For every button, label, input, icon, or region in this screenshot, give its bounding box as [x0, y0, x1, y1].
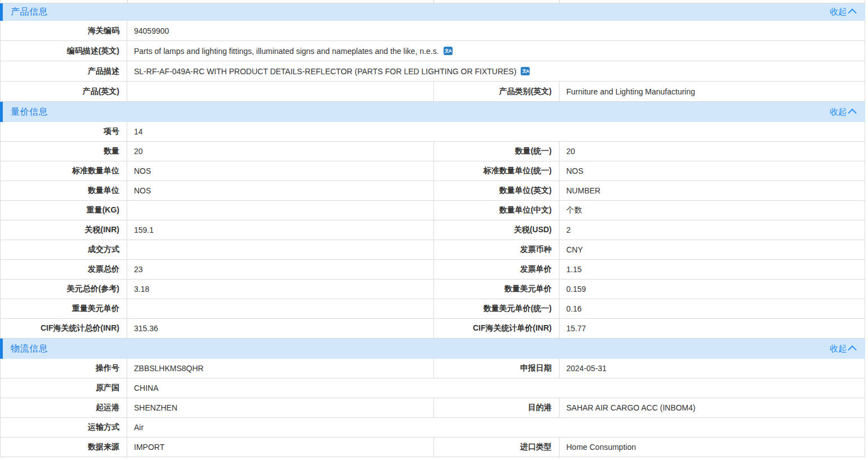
- field-label: 项号: [1, 122, 127, 141]
- field-label: 数据来源: [1, 438, 127, 457]
- section-title: 产品信息: [11, 6, 48, 18]
- translate-icon[interactable]: 文A: [521, 67, 530, 75]
- table-row: 数量单位NOS数量单位(英文)NUMBER: [0, 181, 865, 201]
- field-value-text: Home Consumption: [566, 443, 636, 452]
- field-label: 标准数量单位(统一): [434, 161, 560, 181]
- field-value: CHINA: [127, 378, 865, 398]
- field-label-text: CIF海关统计单价(INR): [473, 323, 552, 333]
- chevron-up-icon: [848, 8, 857, 17]
- field-value: 1.15: [560, 260, 865, 279]
- field-value-text: SHENZHEN: [134, 403, 177, 412]
- field-label-text: 成交方式: [88, 245, 119, 255]
- collapse-button[interactable]: 收起: [830, 107, 865, 118]
- field-value: Air: [127, 418, 865, 437]
- collapse-button[interactable]: 收起: [830, 344, 865, 354]
- table-row: 操作号ZBBSLHKMS8QHR申报日期2024-05-31: [0, 359, 865, 378]
- logistics-rows: 操作号ZBBSLHKMS8QHR申报日期2024-05-31原产国CHINA起运…: [0, 359, 865, 457]
- field-label: 数量美元单价(统一): [434, 299, 560, 318]
- field-value: ZBBSLHKMS8QHR: [127, 359, 434, 378]
- field-value: [127, 299, 434, 318]
- field-value: 3.18: [127, 279, 434, 299]
- field-value-text: CHINA: [134, 384, 159, 393]
- field-label: CIF海关统计总价(INR): [1, 319, 127, 338]
- table-row: 原产国CHINA: [0, 378, 865, 398]
- field-label: 数量单位: [1, 181, 127, 200]
- collapse-label: 收起: [830, 7, 847, 17]
- field-label-text: 产品描述: [88, 66, 119, 76]
- field-value: SHENZHEN: [127, 398, 434, 417]
- field-value-text: NOS: [134, 186, 151, 195]
- field-label-text: 数量(统一): [515, 146, 552, 156]
- field-label: 发票总价: [1, 260, 127, 279]
- field-label-text: 标准数量单位: [72, 166, 119, 176]
- field-value: 0.159: [560, 279, 865, 299]
- field-label: 发票单价: [434, 260, 560, 279]
- field-value-text: Furniture and Lighting Manufacturing: [566, 87, 695, 96]
- field-label: 进口类型: [434, 438, 560, 457]
- field-value: 0.16: [560, 299, 865, 318]
- field-label: 起运港: [1, 398, 127, 417]
- field-label: 产品(英文): [1, 82, 127, 101]
- field-value-text: 15.77: [566, 324, 586, 333]
- section-title: 物流信息: [11, 343, 48, 355]
- field-label: CIF海关统计单价(INR): [434, 319, 560, 338]
- field-label-text: 美元总价(参考): [67, 284, 119, 294]
- field-label: 数量单位(英文): [434, 181, 560, 200]
- field-label: 重量(KG): [1, 201, 127, 220]
- field-value: 159.1: [127, 220, 434, 240]
- field-value-text: 1.15: [566, 265, 581, 274]
- field-label: 数量(统一): [434, 142, 560, 161]
- field-value-text: 2024-05-31: [566, 364, 607, 373]
- field-value: NUMBER: [560, 181, 865, 200]
- product-info-rows: 海关编码94059900编码描述(英文)Parts of lamps and l…: [0, 21, 865, 102]
- field-label-text: 进口类型: [520, 442, 552, 452]
- field-label: 成交方式: [1, 240, 127, 259]
- field-label-text: 发票币种: [520, 245, 552, 255]
- collapse-label: 收起: [830, 344, 847, 354]
- section-title: 量价信息: [11, 106, 48, 118]
- field-label: 美元总价(参考): [1, 279, 127, 299]
- table-row: 运输方式Air: [0, 418, 865, 438]
- section-accent-bar: [0, 102, 3, 122]
- field-value: [127, 240, 434, 259]
- field-label-text: 数量单位(英文): [499, 186, 552, 196]
- section-header-product-info: 产品信息 收起: [0, 3, 865, 21]
- chevron-up-icon: [848, 109, 857, 118]
- collapse-button[interactable]: 收起: [830, 7, 865, 17]
- field-value-text: 20: [134, 147, 143, 156]
- field-label-text: 项号: [104, 127, 119, 137]
- field-label-text: 操作号: [96, 363, 119, 373]
- chevron-up-icon: [848, 345, 857, 354]
- section-accent-bar: [0, 3, 3, 21]
- table-row: 编码描述(英文)Parts of lamps and lighting fitt…: [0, 41, 865, 61]
- field-value-text: SL-RF-AF-049A-RC WITH PRODUCT DETAILS-RE…: [134, 67, 516, 76]
- field-value: SAHAR AIR CARGO ACC (INBOM4): [560, 398, 865, 417]
- table-row: 成交方式发票币种CNY: [0, 240, 865, 260]
- table-row: 关税(INR)159.1关税(USD)2: [0, 220, 865, 240]
- field-label: 发票币种: [434, 240, 560, 259]
- collapse-label: 收起: [830, 107, 847, 118]
- field-label-text: 原产国: [96, 383, 119, 393]
- field-label-text: 发票总价: [88, 264, 119, 274]
- field-label-text: 数量单位(中文): [499, 205, 552, 215]
- field-label: 产品类别(英文): [434, 82, 560, 101]
- field-value-text: 20: [566, 147, 575, 156]
- field-label-text: 数据来源: [88, 442, 119, 452]
- table-row: 美元总价(参考)3.18数量美元单价0.159: [0, 279, 865, 299]
- field-value-text: 23: [134, 265, 143, 274]
- field-value-text: 0.159: [566, 285, 586, 294]
- field-label-text: 目的港: [528, 403, 552, 413]
- table-row: 产品(英文)产品类别(英文)Furniture and Lighting Man…: [0, 82, 865, 102]
- field-value-text: 0.16: [566, 304, 581, 313]
- field-value-text: 94059900: [134, 26, 169, 35]
- table-row: CIF海关统计总价(INR)315.36CIF海关统计单价(INR)15.77: [0, 319, 865, 339]
- field-value: IMPORT: [127, 438, 434, 457]
- field-label-text: 标准数量单位(统一): [484, 166, 552, 176]
- translate-icon[interactable]: 文A: [444, 47, 453, 55]
- field-label: 编码描述(英文): [1, 41, 127, 61]
- quantity-price-rows: 项号14数量20数量(统一)20标准数量单位NOS标准数量单位(统一)NOS数量…: [0, 122, 865, 339]
- field-label-text: 数量美元单价: [504, 284, 552, 294]
- field-value-text: NOS: [134, 166, 151, 175]
- field-label-text: 重量(KG): [87, 205, 119, 215]
- field-value-text: 个数: [566, 205, 582, 215]
